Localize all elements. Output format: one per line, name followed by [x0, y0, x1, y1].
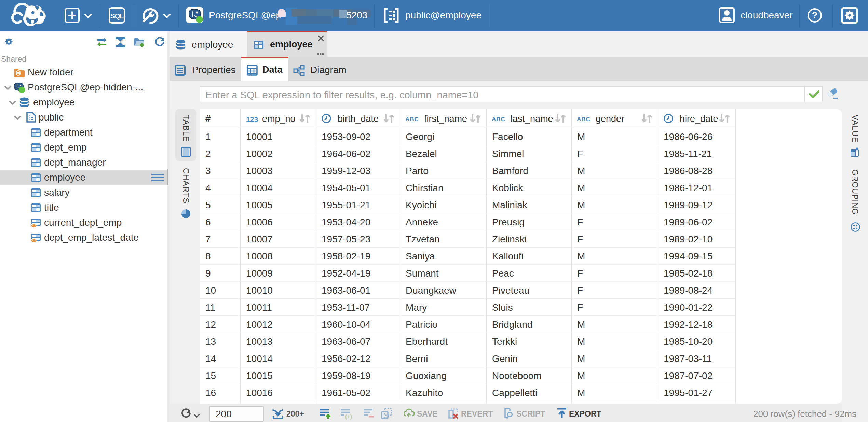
svg-text:SQL: SQL [110, 12, 124, 20]
svg-text:(+): (+) [345, 414, 352, 420]
svg-text:?: ? [812, 10, 818, 20]
